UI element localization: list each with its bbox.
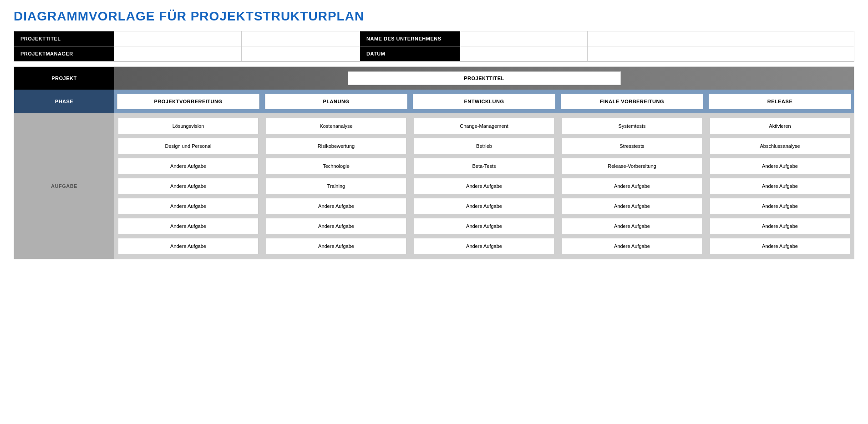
phase-cell-3: FINALE VORBEREITUNG — [558, 90, 706, 113]
projekt-title-cell: PROJEKTTITEL — [114, 67, 854, 90]
task-box-1-0[interactable]: Design und Personal — [118, 138, 259, 154]
task-box-2-2[interactable]: Beta-Tests — [414, 158, 554, 174]
tasks-column-3: SystemtestsStresstestsRelease-Vorbereitu… — [558, 113, 706, 259]
phase-cell-1: PLANUNG — [262, 90, 410, 113]
tasks-column-4: AktivierenAbschlussanalyseAndere Aufgabe… — [706, 113, 854, 259]
task-box-6-3[interactable]: Andere Aufgabe — [562, 238, 702, 254]
task-box-2-1[interactable]: Technologie — [266, 158, 406, 174]
phase-cell-4: RELEASE — [706, 90, 854, 113]
table-row: Release-Vorbereitung — [560, 156, 704, 176]
task-box-3-4[interactable]: Andere Aufgabe — [710, 178, 850, 194]
task-box-5-0[interactable]: Andere Aufgabe — [118, 218, 259, 234]
task-box-5-4[interactable]: Andere Aufgabe — [710, 218, 850, 234]
task-box-2-3[interactable]: Release-Vorbereitung — [562, 158, 702, 174]
table-row: Andere Aufgabe — [560, 236, 704, 256]
table-row: Systemtests — [560, 116, 704, 136]
task-box-6-4[interactable]: Andere Aufgabe — [710, 238, 850, 254]
table-row: Andere Aufgabe — [560, 216, 704, 236]
page-title: DIAGRAMMVORLAGE FÜR PROJEKTSTRUKTURPLAN — [14, 9, 854, 24]
task-box-0-4[interactable]: Aktivieren — [710, 118, 850, 134]
header-spacer-2 — [242, 46, 360, 61]
task-box-4-1[interactable]: Andere Aufgabe — [266, 198, 406, 214]
task-box-3-1[interactable]: Training — [266, 178, 406, 194]
datum-label: DATUM — [360, 46, 460, 61]
task-box-1-2[interactable]: Betrieb — [414, 138, 554, 154]
projektmanager-input[interactable] — [114, 46, 242, 61]
phase-box-0[interactable]: PROJEKTVORBEREITUNG — [117, 94, 259, 109]
task-box-0-0[interactable]: Lösungsvision — [118, 118, 259, 134]
aufgabe-label: AUFGABE — [14, 113, 114, 259]
task-box-0-1[interactable]: Kostenanalyse — [266, 118, 406, 134]
phase-cell-2: ENTWICKLUNG — [410, 90, 558, 113]
table-row: Stresstests — [560, 136, 704, 156]
table-row: Andere Aufgabe — [708, 216, 852, 236]
table-row: Change-Management — [412, 116, 556, 136]
task-box-5-3[interactable]: Andere Aufgabe — [562, 218, 702, 234]
table-row: Andere Aufgabe — [264, 236, 408, 256]
table-row: Technologie — [264, 156, 408, 176]
phase-box-2[interactable]: ENTWICKLUNG — [413, 94, 555, 109]
projektmanager-label: PROJEKTMANAGER — [14, 46, 114, 61]
table-row: Andere Aufgabe — [116, 236, 260, 256]
task-box-1-3[interactable]: Stresstests — [562, 138, 702, 154]
datum-input[interactable] — [460, 46, 588, 61]
phase-box-1[interactable]: PLANUNG — [265, 94, 407, 109]
table-row: Andere Aufgabe — [708, 156, 852, 176]
task-box-2-4[interactable]: Andere Aufgabe — [710, 158, 850, 174]
table-row: Andere Aufgabe — [116, 156, 260, 176]
projekt-title-box[interactable]: PROJEKTTITEL — [348, 71, 621, 85]
table-row: Andere Aufgabe — [412, 236, 556, 256]
task-box-4-4[interactable]: Andere Aufgabe — [710, 198, 850, 214]
table-row: Andere Aufgabe — [708, 196, 852, 216]
task-box-4-3[interactable]: Andere Aufgabe — [562, 198, 702, 214]
task-box-3-2[interactable]: Andere Aufgabe — [414, 178, 554, 194]
task-box-6-2[interactable]: Andere Aufgabe — [414, 238, 554, 254]
table-row: Aktivieren — [708, 116, 852, 136]
tasks-column-1: KostenanalyseRisikobewertungTechnologieT… — [262, 113, 410, 259]
task-box-0-2[interactable]: Change-Management — [414, 118, 554, 134]
table-row: Beta-Tests — [412, 156, 556, 176]
projekttitel-label: PROJEKTTITEL — [14, 31, 114, 46]
table-row: Andere Aufgabe — [560, 176, 704, 196]
header-spacer-1 — [242, 31, 360, 46]
task-box-3-0[interactable]: Andere Aufgabe — [118, 178, 259, 194]
table-row: Andere Aufgabe — [708, 176, 852, 196]
table-row: Risikobewertung — [264, 136, 408, 156]
tasks-column-2: Change-ManagementBetriebBeta-TestsAndere… — [410, 113, 558, 259]
task-box-4-2[interactable]: Andere Aufgabe — [414, 198, 554, 214]
phase-box-4[interactable]: RELEASE — [709, 94, 851, 109]
table-row: Kostenanalyse — [264, 116, 408, 136]
table-row: Lösungsvision — [116, 116, 260, 136]
phase-cell-0: PROJEKTVORBEREITUNG — [114, 90, 262, 113]
task-box-1-4[interactable]: Abschlussanalyse — [710, 138, 850, 154]
phase-row: PHASE PROJEKTVORBEREITUNG PLANUNG ENTWIC… — [14, 90, 854, 113]
table-row: Design und Personal — [116, 136, 260, 156]
projekt-label: PROJEKT — [14, 67, 114, 90]
table-row: Andere Aufgabe — [116, 196, 260, 216]
tasks-column-0: LösungsvisionDesign und PersonalAndere A… — [114, 113, 262, 259]
task-box-6-0[interactable]: Andere Aufgabe — [118, 238, 259, 254]
table-row: Andere Aufgabe — [412, 216, 556, 236]
name-des-unternehmens-label: NAME DES UNTERNEHMENS — [360, 31, 460, 46]
task-box-6-1[interactable]: Andere Aufgabe — [266, 238, 406, 254]
task-box-5-2[interactable]: Andere Aufgabe — [414, 218, 554, 234]
task-box-5-1[interactable]: Andere Aufgabe — [266, 218, 406, 234]
task-box-0-3[interactable]: Systemtests — [562, 118, 702, 134]
table-row: Abschlussanalyse — [708, 136, 852, 156]
task-box-4-0[interactable]: Andere Aufgabe — [118, 198, 259, 214]
table-row: Andere Aufgabe — [560, 196, 704, 216]
table-row: Andere Aufgabe — [264, 216, 408, 236]
table-row: Betrieb — [412, 136, 556, 156]
task-box-3-3[interactable]: Andere Aufgabe — [562, 178, 702, 194]
table-row: Andere Aufgabe — [116, 216, 260, 236]
table-row: Andere Aufgabe — [412, 176, 556, 196]
table-row: Andere Aufgabe — [708, 236, 852, 256]
projekttitel-input[interactable] — [114, 31, 242, 46]
task-box-2-0[interactable]: Andere Aufgabe — [118, 158, 259, 174]
name-des-unternehmens-input[interactable] — [460, 31, 588, 46]
phase-box-3[interactable]: FINALE VORBEREITUNG — [561, 94, 703, 109]
task-box-1-1[interactable]: Risikobewertung — [266, 138, 406, 154]
table-row: Andere Aufgabe — [116, 176, 260, 196]
table-row: Andere Aufgabe — [412, 196, 556, 216]
projekt-row: PROJEKT PROJEKTTITEL — [14, 67, 854, 90]
